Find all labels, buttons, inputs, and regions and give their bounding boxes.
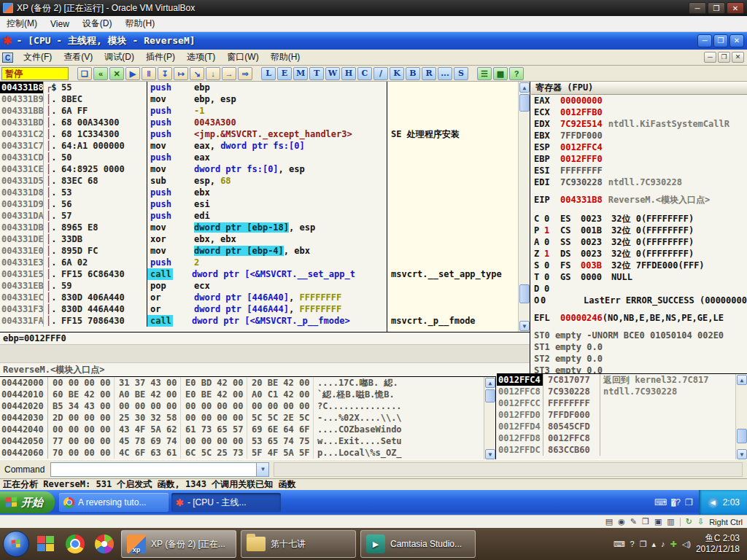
- olly-menu-plugins[interactable]: 插件(P): [140, 49, 181, 66]
- vbox-menu-devices[interactable]: 设备(D): [76, 15, 119, 32]
- help-tray-icon[interactable]: 🯄?: [671, 497, 681, 508]
- host-task-virtualbox[interactable]: xp XP (备份 2) [正在...: [121, 530, 236, 558]
- scroll-down-icon[interactable]: ▼: [519, 321, 530, 331]
- step-into-button[interactable]: ↧: [158, 67, 172, 80]
- show-hidden-icons-icon[interactable]: ▴: [652, 540, 657, 549]
- trace-into-button[interactable]: ↘: [190, 67, 204, 80]
- mdi-minimize-button[interactable]: ─: [704, 52, 716, 63]
- disasm-comment[interactable]: [387, 82, 519, 93]
- restore-tray-icon[interactable]: ❐: [685, 497, 693, 508]
- close-button[interactable]: ✕: [109, 67, 124, 80]
- stack-row[interactable]: 0012FFC87C930228ntdll.7C930228: [497, 386, 735, 397]
- restart-button[interactable]: «: [93, 67, 108, 80]
- disasm-comment[interactable]: [387, 105, 519, 117]
- register-row[interactable]: EDI7C930228ntdll.7C930228: [531, 176, 747, 188]
- disasm-comment[interactable]: [387, 93, 519, 105]
- toolbar-letter-W[interactable]: W: [325, 67, 340, 80]
- toolbar-letter-L[interactable]: L: [261, 67, 276, 80]
- disasm-comment[interactable]: [387, 140, 519, 152]
- stack-row[interactable]: 0012FFDC863CCB60: [497, 444, 735, 456]
- vbox-minimize-button[interactable]: ─: [689, 2, 706, 14]
- register-row[interactable]: EBX7FFDF000: [531, 130, 747, 141]
- fpu-row[interactable]: ST2 empty 0.0: [531, 353, 747, 365]
- flag-row[interactable]: C0ES002332位 0(FFFFFFFF): [531, 213, 747, 225]
- mdi-restore-button[interactable]: ❐: [718, 52, 730, 63]
- dump-scrollbar[interactable]: ▲ ▼: [484, 377, 495, 459]
- toolbar-letter-M[interactable]: M: [293, 67, 308, 80]
- toolbar-letter-T[interactable]: T: [309, 67, 324, 80]
- toolbar-letter-S[interactable]: S: [454, 67, 468, 80]
- disasm-comment[interactable]: SE 处理程序安装: [387, 128, 519, 140]
- dump-row[interactable]: 004420302D 00 00 0025 30 32 5800 00 00 0…: [0, 412, 484, 424]
- hide-icons-icon[interactable]: ◀: [708, 497, 719, 508]
- fpu-row[interactable]: ST0 empty -UNORM BCE0 01050104 002E0: [531, 330, 747, 341]
- disasm-comment[interactable]: [387, 210, 519, 222]
- stack-row[interactable]: 0012FFCCFFFFFFFF: [497, 397, 735, 409]
- register-row[interactable]: EBP0012FFF0: [531, 153, 747, 165]
- host-search-button[interactable]: [34, 532, 58, 556]
- disasm-comment[interactable]: [387, 175, 519, 187]
- help-icon[interactable]: ?: [630, 540, 635, 548]
- disasm-comment[interactable]: [387, 257, 519, 268]
- host-clock[interactable]: 鱼C 2:03 2012/12/18: [696, 533, 740, 555]
- toolbar-letter-R[interactable]: R: [422, 67, 436, 80]
- olly-close-button[interactable]: ✕: [729, 34, 744, 47]
- dump-row[interactable]: 0044204000 00 00 0043 4F 5A 6261 73 65 5…: [0, 424, 484, 435]
- stack-row[interactable]: 0012FFD480545CFD: [497, 421, 735, 432]
- mixer-icon[interactable]: ♪: [661, 540, 665, 548]
- flag-row[interactable]: D0: [531, 283, 747, 295]
- host-chrome-button[interactable]: [63, 532, 88, 556]
- disasm-comment[interactable]: [387, 222, 519, 233]
- scroll-up-icon[interactable]: ▲: [485, 378, 495, 388]
- xp-task-chrome[interactable]: A reversing tuto...: [59, 493, 169, 512]
- host-task-folder[interactable]: 第十七讲: [241, 530, 356, 558]
- disasm-comment[interactable]: [387, 303, 519, 315]
- disasm-comment[interactable]: [387, 292, 519, 303]
- scroll-up-icon[interactable]: ▲: [737, 375, 747, 385]
- olly-menu-window[interactable]: 窗口(W): [221, 49, 264, 66]
- flag-row[interactable]: A0SS002332位 0(FFFFFFFF): [531, 236, 747, 248]
- flag-row[interactable]: S0FS003B32位 7FFDE000(FFF): [531, 260, 747, 271]
- help-button[interactable]: ?: [509, 67, 524, 80]
- vbox-menu-help[interactable]: 帮助(H): [118, 15, 161, 32]
- disassembly-scrollbar[interactable]: ▲ ▼: [518, 82, 530, 332]
- toolbar-letter-xxx[interactable]: ...: [438, 67, 452, 80]
- stack-row[interactable]: 0012FFD07FFDF000: [497, 409, 735, 421]
- volume-icon[interactable]: ◁): [682, 540, 691, 549]
- olly-maximize-button[interactable]: ❐: [713, 34, 728, 47]
- flag-row[interactable]: O0LastErr ERROR_SUCCESS (00000000: [531, 295, 747, 306]
- dump-row[interactable]: 0044200000 00 00 0031 37 43 00E0 BD 42 0…: [0, 377, 484, 389]
- disasm-comment[interactable]: msvcrt.__set_app_type: [387, 268, 519, 280]
- toolbar-letter-H[interactable]: H: [341, 67, 356, 80]
- dump-row[interactable]: 0044201060 BE 42 00A0 BE 42 00E0 BE 42 0…: [0, 389, 484, 400]
- vbox-close-button[interactable]: ✕: [727, 2, 744, 14]
- vbox-menu-view[interactable]: View: [44, 17, 76, 31]
- stack-row[interactable]: 0012FFC47C817077返回到 kernel32.7C817: [497, 374, 735, 386]
- olly-menu-view[interactable]: 查看(V): [58, 49, 98, 66]
- breakpoints-button[interactable]: ☰: [477, 67, 492, 80]
- host-start-button[interactable]: [3, 531, 29, 557]
- toolbar-letter-x[interactable]: /: [374, 67, 388, 80]
- chevron-down-icon[interactable]: ▼: [256, 463, 268, 476]
- disasm-comment[interactable]: [387, 233, 519, 245]
- stack-scrollbar[interactable]: ▲ ▼: [735, 374, 747, 459]
- register-row-eip[interactable]: EIP004331B8ReverseM.<模块入口点>: [531, 194, 747, 206]
- dump-row[interactable]: 0044206070 00 00 004C 6F 63 616C 5C 25 7…: [0, 447, 484, 459]
- vbox-menu-machine[interactable]: 控制(M): [0, 15, 44, 32]
- stack-row[interactable]: 0012FFD80012FFC8: [497, 432, 735, 444]
- fpu-row[interactable]: ST1 empty 0.0: [531, 341, 747, 353]
- disasm-comment[interactable]: [387, 280, 519, 292]
- olly-menu-file[interactable]: 文件(F): [18, 49, 58, 66]
- disasm-comment[interactable]: [387, 117, 519, 128]
- scroll-down-icon[interactable]: ▼: [485, 449, 495, 459]
- dump-row[interactable]: 0044205077 00 00 0045 78 69 7400 00 00 0…: [0, 435, 484, 447]
- open-button[interactable]: ❏: [77, 67, 92, 80]
- olly-minimize-button[interactable]: ─: [697, 34, 712, 47]
- keyboard-layout-icon[interactable]: ⌨: [654, 497, 667, 508]
- register-row[interactable]: ESP0012FFC4: [531, 141, 747, 153]
- goto-button[interactable]: ⇒: [238, 67, 252, 80]
- toolbar-letter-C[interactable]: C: [357, 67, 372, 80]
- trace-over-button[interactable]: ↓: [206, 67, 220, 80]
- appearance-button[interactable]: ▦: [493, 67, 508, 80]
- register-row[interactable]: ESIFFFFFFFF: [531, 165, 747, 176]
